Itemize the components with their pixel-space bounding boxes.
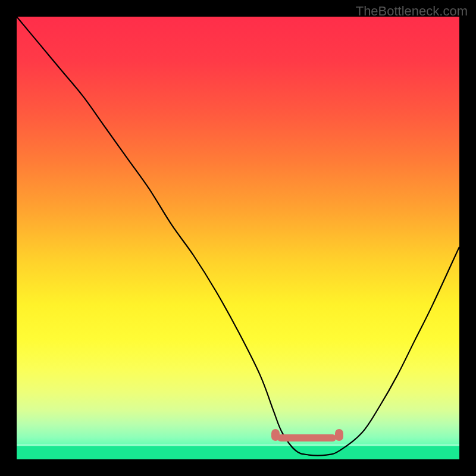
- trough-highlight-bar: [277, 434, 337, 441]
- chart-bottom-band: [17, 446, 459, 459]
- trough-dot-right: [335, 429, 343, 441]
- chart-plot-area: [17, 17, 459, 459]
- watermark-text: TheBottleneck.com: [356, 4, 468, 19]
- trough-dot-left: [271, 429, 280, 441]
